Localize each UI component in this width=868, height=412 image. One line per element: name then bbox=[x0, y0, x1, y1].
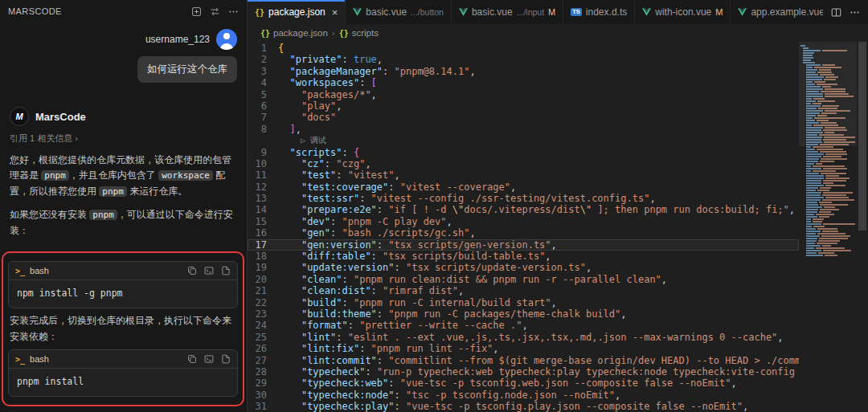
line-number[interactable]: 6 bbox=[248, 100, 278, 112]
line-number[interactable]: 5 bbox=[248, 89, 278, 100]
code-line[interactable]: 12 "test:coverage": "vitest --coverage", bbox=[248, 182, 799, 193]
line-number[interactable]: 17 bbox=[248, 239, 278, 251]
line-number[interactable]: 22 bbox=[248, 297, 278, 308]
line-number[interactable]: 25 bbox=[248, 332, 278, 343]
code-line[interactable]: 18 "diff:table": "tsx scripts/build-tabl… bbox=[248, 251, 799, 262]
code-line[interactable]: 1{ bbox=[248, 43, 799, 54]
tab-app-example-vue[interactable]: app.example.vue bbox=[731, 0, 823, 24]
line-number[interactable]: 19 bbox=[248, 262, 278, 273]
code-line[interactable]: 21 "clean:dist": "rimraf dist", bbox=[248, 285, 799, 296]
close-tab-icon[interactable]: × bbox=[332, 6, 338, 18]
code-line[interactable]: 14 "prepare:e2e": "if [ ! -d \"docs/.vit… bbox=[248, 204, 799, 215]
code-line[interactable]: 9 "scripts": { bbox=[248, 147, 799, 158]
insert-terminal-icon[interactable] bbox=[204, 354, 214, 364]
copy-icon[interactable] bbox=[187, 354, 197, 364]
minimap-line bbox=[799, 235, 857, 237]
line-number[interactable]: 28 bbox=[248, 366, 278, 377]
line-number[interactable]: 12 bbox=[248, 182, 278, 193]
line-number[interactable]: 27 bbox=[248, 355, 278, 366]
breadcrumb-item[interactable]: {}package.json bbox=[260, 28, 328, 38]
code-line[interactable]: 29 "typecheck:web": "vue-tsc -p tsconfig… bbox=[248, 377, 799, 389]
line-number[interactable]: 4 bbox=[248, 77, 278, 88]
code-line[interactable]: 2 "private": true, bbox=[248, 54, 799, 65]
code-line[interactable]: 23 "build:theme": "pnpm run -C packages/… bbox=[248, 308, 799, 320]
code-block-content[interactable]: pnpm install bbox=[9, 369, 237, 396]
line-number[interactable]: 13 bbox=[248, 193, 278, 204]
code-line[interactable]: 24 "format": "prettier --write --cache .… bbox=[248, 320, 799, 331]
line-number[interactable]: 26 bbox=[248, 343, 278, 354]
copy-icon[interactable] bbox=[187, 266, 197, 275]
line-number[interactable]: 7 bbox=[248, 112, 278, 123]
line-number[interactable]: 1 bbox=[248, 43, 278, 54]
code-line[interactable]: 11 "test": "vitest", bbox=[248, 169, 799, 181]
breadcrumb-item[interactable]: {}scripts bbox=[339, 28, 379, 38]
code-line[interactable]: 7 "docs" bbox=[248, 112, 799, 123]
chat-panel-header: MARSCODE bbox=[0, 0, 247, 22]
vue-icon bbox=[738, 8, 747, 16]
code-line[interactable]: 15 "dev": "pnpm -C play dev", bbox=[248, 216, 799, 227]
insert-terminal-icon[interactable] bbox=[204, 266, 214, 275]
line-number[interactable]: 3 bbox=[248, 66, 278, 77]
line-number[interactable]: 15 bbox=[248, 216, 278, 227]
code-line[interactable]: 3 "packageManager": "pnpm@8.14.1", bbox=[248, 66, 799, 77]
code-line[interactable]: 6 "play", bbox=[248, 100, 799, 112]
tab-label: index.d.ts bbox=[586, 6, 627, 18]
code-line[interactable]: 30 "typecheck:node": "tsc -p tsconfig.no… bbox=[248, 390, 799, 401]
code-line[interactable]: 10 "cz": "czg", bbox=[248, 158, 799, 169]
editor-more-icon[interactable] bbox=[850, 7, 860, 18]
line-content: "typecheck": "run-p typecheck:web typech… bbox=[278, 366, 799, 377]
scrollbar-thumb[interactable] bbox=[858, 42, 866, 230]
tab-with-icon-vue[interactable]: with-icon.vueM bbox=[635, 0, 731, 24]
code-line[interactable]: 8 ], bbox=[248, 124, 799, 135]
line-number[interactable]: 18 bbox=[248, 251, 278, 262]
code-block-content[interactable]: npm install -g pnpm bbox=[9, 280, 237, 308]
line-number[interactable]: 23 bbox=[248, 308, 278, 320]
reference-link[interactable]: 引用 1 相关信息 › bbox=[10, 133, 237, 145]
code-line[interactable]: 13 "test:ssr": "vitest --config ./ssr-te… bbox=[248, 193, 799, 204]
line-content: "docs" bbox=[278, 112, 336, 123]
minimap[interactable] bbox=[799, 42, 857, 412]
code-line[interactable]: 28 "typecheck": "run-p typecheck:web typ… bbox=[248, 366, 799, 377]
tab-package-json[interactable]: {}package.json× bbox=[248, 0, 346, 24]
line-number[interactable]: 24 bbox=[248, 320, 278, 331]
minimap-slider[interactable] bbox=[799, 42, 857, 146]
code-line[interactable]: 5 "packages/*", bbox=[248, 89, 799, 100]
insert-file-icon[interactable] bbox=[221, 266, 231, 275]
minimap-line bbox=[799, 153, 857, 155]
minimap-line bbox=[799, 250, 857, 251]
code-editor[interactable]: 1{2 "private": true,3 "packageManager": … bbox=[248, 42, 868, 412]
line-number[interactable]: 9 bbox=[248, 147, 278, 158]
code-line[interactable]: 20 "clean": "pnpm run clean:dist && pnpm… bbox=[248, 274, 799, 285]
split-editor-icon[interactable] bbox=[831, 7, 841, 18]
line-number[interactable]: 16 bbox=[248, 227, 278, 239]
code-line[interactable]: 31 "typecheck:play": "vue-tsc -p tsconfi… bbox=[248, 401, 799, 412]
insert-file-icon[interactable] bbox=[221, 354, 231, 364]
open-in-editor-icon[interactable] bbox=[191, 6, 202, 17]
code-line[interactable]: 27 "lint:commit": "commitlint --from $(g… bbox=[248, 355, 799, 366]
line-number[interactable]: 10 bbox=[248, 158, 278, 169]
line-number[interactable]: 8 bbox=[248, 124, 278, 135]
line-number[interactable]: 31 bbox=[248, 401, 278, 412]
line-number[interactable]: 20 bbox=[248, 274, 278, 285]
switch-conversation-icon[interactable] bbox=[210, 6, 220, 17]
line-number[interactable]: 14 bbox=[248, 204, 278, 215]
more-icon[interactable] bbox=[228, 6, 239, 17]
code-line[interactable]: 17 "gen:version": "tsx scripts/gen-versi… bbox=[248, 239, 799, 251]
line-number[interactable]: 21 bbox=[248, 285, 278, 296]
line-number[interactable]: 11 bbox=[248, 169, 278, 181]
code-line[interactable]: 4 "workspaces": [ bbox=[248, 77, 799, 88]
line-number[interactable]: 2 bbox=[248, 54, 278, 65]
code-line[interactable]: 16 "gen": "bash ./scripts/gc.sh", bbox=[248, 227, 799, 239]
tab-basic-vue[interactable]: basic.vue.../button bbox=[346, 0, 452, 24]
tab-directory-hint: .../button bbox=[411, 7, 444, 17]
code-line[interactable]: 26 "lint:fix": "pnpm run lint --fix", bbox=[248, 343, 799, 354]
code-line[interactable]: 22 "build": "pnpm run -C internal/build … bbox=[248, 297, 799, 308]
debug-codelens-link[interactable]: ▷ 调试 bbox=[301, 135, 326, 146]
line-number[interactable]: 30 bbox=[248, 390, 278, 401]
code-line[interactable]: 19 "update:version": "tsx scripts/update… bbox=[248, 262, 799, 273]
tab-index-d-ts[interactable]: TSindex.d.ts bbox=[563, 0, 635, 24]
code-line[interactable]: 25 "lint": "eslint . --ext .vue,.js,.ts,… bbox=[248, 332, 799, 343]
vertical-scrollbar[interactable] bbox=[857, 42, 868, 412]
line-number[interactable]: 29 bbox=[248, 377, 278, 389]
tab-basic-vue[interactable]: basic.vue.../inputM bbox=[452, 0, 563, 24]
